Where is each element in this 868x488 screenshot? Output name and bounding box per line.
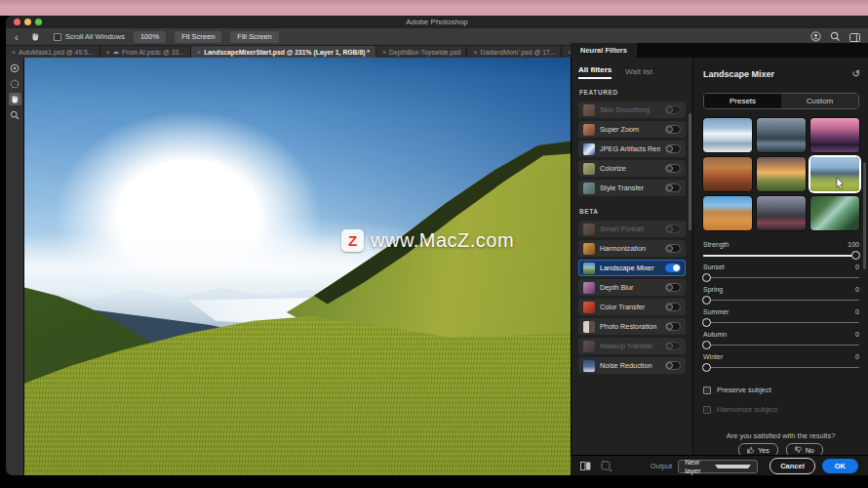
filter-toggle[interactable] xyxy=(665,164,681,173)
preset-thumbnail-green-meadow-selected[interactable] xyxy=(810,157,859,191)
slider-track[interactable] xyxy=(703,345,859,346)
filter-row-super-zoom[interactable]: Super Zoom xyxy=(578,121,686,138)
beta-section-header: BETA xyxy=(579,208,686,215)
preset-thumbnail-sunset-field[interactable] xyxy=(757,157,806,191)
ok-button[interactable]: OK xyxy=(822,459,858,473)
neural-filters-header-bar: Neural Filters xyxy=(571,43,868,58)
tab-colorize3[interactable]: ×©Colorize3.jpeg @ 62... xyxy=(562,46,571,58)
fill-screen-button[interactable]: Fill Screen xyxy=(230,31,278,43)
filter-thumbnail xyxy=(583,243,595,255)
before-after-preview-icon[interactable] xyxy=(580,462,591,470)
preset-thumbnail-mountain-valley[interactable] xyxy=(757,118,806,152)
filter-thumbnail xyxy=(583,104,595,116)
zoom-tool-icon[interactable] xyxy=(9,108,21,121)
filter-toggle[interactable] xyxy=(665,283,681,292)
tab-all-filters[interactable]: All filters xyxy=(578,65,612,79)
image-canvas[interactable]: Z www.MacZ.com xyxy=(24,58,571,475)
filter-toggle[interactable] xyxy=(665,105,681,114)
filter-thumbnail xyxy=(583,360,595,372)
filter-thumbnail xyxy=(583,341,595,352)
preset-thumbnail-canyon[interactable] xyxy=(703,157,752,191)
filter-toggle[interactable] xyxy=(665,322,681,331)
filter-toggle[interactable] xyxy=(665,342,681,350)
filter-row-photo-restoration[interactable]: Photo Restoration xyxy=(578,318,686,335)
hand-tool-icon[interactable] xyxy=(30,32,40,42)
preset-thumbnail-snowy-mountains[interactable] xyxy=(703,118,752,152)
filter-row-color-transfer[interactable]: Color Transfer xyxy=(578,299,686,315)
checkbox-box[interactable] xyxy=(703,406,711,414)
back-chevron-icon[interactable]: ‹ xyxy=(15,32,19,42)
close-icon[interactable]: × xyxy=(106,49,110,56)
checkbox-box[interactable] xyxy=(703,386,711,394)
tab-custom[interactable]: Custom xyxy=(781,94,858,108)
close-icon[interactable]: × xyxy=(12,49,16,56)
slider-knob[interactable] xyxy=(702,318,711,327)
filter-row-jpeg-artifacts-removal[interactable]: JPEG Artifacts Removal xyxy=(578,141,686,157)
filter-row-makeup-transfer[interactable]: Makeup Transfer xyxy=(578,338,686,354)
reset-icon[interactable]: ↺ xyxy=(852,69,860,79)
cancel-button[interactable]: Cancel xyxy=(769,458,815,474)
preset-thumbnail-monument-valley[interactable] xyxy=(757,196,806,230)
preview-options-icon[interactable] xyxy=(601,461,612,471)
filter-thumbnail xyxy=(583,143,595,155)
filter-row-colorize[interactable]: Colorize xyxy=(578,160,686,177)
filter-toggle[interactable] xyxy=(665,224,681,233)
filter-toggle[interactable] xyxy=(665,303,681,311)
filter-row-harmonization[interactable]: Harmonization xyxy=(578,240,686,257)
tab-from-ai[interactable]: ×☁From AI.psdc @ 33... xyxy=(100,46,192,58)
zoom-100-button[interactable]: 100% xyxy=(134,31,166,43)
tab-landscapemixerstart-active[interactable]: ×LandscapeMixerStart.psd @ 231% (Layer 1… xyxy=(191,46,376,58)
document-tab-bar: ×AutoMask1.psd @ 49.5... ×☁From AI.psdc … xyxy=(6,46,571,58)
preset-thumbnail-river-valley[interactable] xyxy=(810,196,859,230)
tab-automask1[interactable]: ×AutoMask1.psd @ 49.5... xyxy=(6,46,100,58)
slider-winter: Winter0 xyxy=(703,353,859,376)
slider-spring: Spring0 xyxy=(703,286,859,308)
eraser-brush-tool-icon[interactable] xyxy=(9,77,21,90)
filter-row-smart-portrait[interactable]: Smart Portrait xyxy=(578,221,686,237)
desktop-background xyxy=(0,0,868,16)
neural-filters-panel-tab[interactable]: Neural Filters xyxy=(571,43,637,58)
slider-track[interactable] xyxy=(703,255,859,257)
filter-row-skin-smoothing[interactable]: Skin Smoothing xyxy=(578,102,686,118)
detail-panel-scrollbar[interactable] xyxy=(863,162,866,269)
slider-knob[interactable] xyxy=(702,273,711,282)
slider-track[interactable] xyxy=(703,367,859,368)
chevron-down-icon xyxy=(715,465,751,468)
preset-thumbnail-desert-cliffs[interactable] xyxy=(703,196,752,230)
tab-depthblur[interactable]: ×DepthBlur-Toyswide.psd xyxy=(376,46,467,58)
close-icon[interactable]: × xyxy=(473,49,477,56)
filter-toggle[interactable] xyxy=(665,144,681,153)
filter-row-landscape-mixer[interactable]: Landscape Mixer xyxy=(578,260,686,276)
filter-row-style-transfer[interactable]: Style Transfer xyxy=(578,180,686,196)
close-icon[interactable]: × xyxy=(197,49,201,56)
tab-dadandmom[interactable]: ×DadandMom'.psd @ 17... xyxy=(467,46,562,58)
filter-toggle[interactable] xyxy=(665,264,681,272)
filter-toggle[interactable] xyxy=(665,183,681,192)
slider-knob[interactable] xyxy=(702,363,711,372)
slider-track[interactable] xyxy=(703,277,859,278)
output-dropdown[interactable]: New layer xyxy=(678,460,758,473)
hand-tool-icon[interactable] xyxy=(9,93,21,105)
tab-presets[interactable]: Presets xyxy=(704,94,781,108)
close-icon[interactable]: × xyxy=(382,49,386,56)
slider-knob[interactable] xyxy=(851,251,860,260)
slider-track[interactable] xyxy=(703,300,859,301)
scroll-all-windows-checkbox[interactable]: Scroll All Windows xyxy=(54,32,125,41)
slider-track[interactable] xyxy=(703,322,859,323)
tab-wait-list[interactable]: Wait list xyxy=(625,67,652,79)
harmonize-subject-checkbox[interactable]: Harmonize subject xyxy=(703,405,777,414)
slider-label: Autumn xyxy=(703,331,727,341)
checkbox-box[interactable] xyxy=(54,33,61,41)
sample-brush-tool-icon[interactable] xyxy=(9,61,21,74)
slider-knob[interactable] xyxy=(702,296,711,305)
filter-row-noise-reduction[interactable]: Noise Reduction xyxy=(578,357,686,374)
slider-knob[interactable] xyxy=(702,341,711,349)
filter-toggle[interactable] xyxy=(665,125,681,134)
filter-row-depth-blur[interactable]: Depth Blur xyxy=(578,279,686,296)
fit-screen-button[interactable]: Fit Screen xyxy=(175,31,221,43)
filter-toggle[interactable] xyxy=(665,361,681,370)
filters-scrollbar[interactable] xyxy=(689,113,691,230)
preset-thumbnail-purple-sunset[interactable] xyxy=(810,118,859,152)
preserve-subject-checkbox[interactable]: Preserve subject xyxy=(703,386,771,394)
filter-toggle[interactable] xyxy=(665,244,681,253)
